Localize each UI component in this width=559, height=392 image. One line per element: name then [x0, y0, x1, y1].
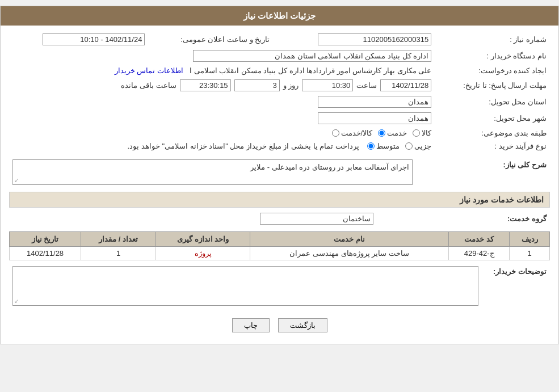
row-tabaqe: طبقه بندی موضوعی: کالا خدمت کالا/خدمت: [9, 127, 550, 140]
goroh-label: گروه خدمت:: [377, 210, 550, 227]
cell-tarikh: 1402/11/28: [10, 247, 81, 260]
tarikh-box: 1402/11/24 - 10:10: [43, 33, 145, 45]
ijad-konande-text: علی مکاری بهار کارشناس امور قراردادها اد…: [190, 66, 431, 75]
sharh-label: شرح کلی نیاز:: [416, 157, 550, 187]
row-nooe: نوع فرآیند خرید : جزیی متوسط پرداخت: [9, 140, 550, 153]
cell-radif: 1: [510, 247, 550, 260]
nooe-radio-group: جزیی متوسط: [367, 142, 431, 150]
ijad-konande-value: علی مکاری بهار کارشناس امور قراردادها اد…: [9, 64, 435, 77]
tabaqe-kala-khadamat-radio[interactable]: [332, 129, 339, 137]
tabaqe-khadamat-label: خدمت: [387, 129, 407, 137]
table-head: ردیف کد خدمت نام خدمت واحد اندازه گیری ت…: [10, 232, 550, 247]
nooe-jozei-item: جزیی: [405, 142, 431, 150]
row-sharh: شرح کلی نیاز: اجرای آسفالت معابر در روست…: [9, 157, 550, 187]
row-tozihat: توضیحات خریدار: ↙: [9, 264, 550, 308]
row-mohlat: مهلت ارسال پاسخ: تا تاریخ: 1402/11/28 سا…: [9, 77, 550, 94]
mohlat-saet-box: 10:30: [302, 79, 353, 91]
mohlat-roz-box: 3: [234, 79, 280, 91]
shahr-label: شهر محل تحویل:: [435, 110, 550, 127]
row-shahr: شهر محل تحویل: همدان: [9, 110, 550, 127]
back-button[interactable]: بازگشت: [278, 318, 327, 332]
col-kod: کد خدمت: [448, 232, 509, 247]
roz-label: روز و: [283, 81, 299, 90]
cell-kod: ج-42-429: [448, 247, 509, 260]
mohlat-label: مهلت ارسال پاسخ: تا تاریخ:: [435, 77, 550, 94]
nam-dastgah-box: اداره کل بنیاد مسکن انقلاب اسلامی استان …: [193, 50, 431, 62]
row-shomara: شماره نیاز : 1102005162000315 تاریخ و سا…: [9, 31, 550, 48]
shahr-box: همدان: [318, 112, 431, 124]
services-table: ردیف کد خدمت نام خدمت واحد اندازه گیری ت…: [9, 231, 550, 260]
tozihat-value-cell: ↙: [9, 264, 482, 308]
mohlat-date-box: 1402/11/28: [380, 79, 431, 91]
row-nam-dastgah: نام دستگاه خریدار : اداره کل بنیاد مسکن …: [9, 48, 550, 64]
nam-dastgah-value: اداره کل بنیاد مسکن انقلاب اسلامی استان …: [9, 48, 435, 64]
goroh-value-cell: ساختمان: [9, 210, 377, 227]
tabaqe-khadamat-item: خدمت: [378, 129, 407, 137]
tarikh-value: 1402/11/24 - 10:10: [9, 31, 148, 48]
info-table: شماره نیاز : 1102005162000315 تاریخ و سا…: [9, 31, 550, 153]
ostan-box: همدان: [318, 96, 431, 108]
nooe-description: پرداخت تمام یا بخشی از مبلغ خریداز محل "…: [128, 142, 359, 150]
ostan-label: استان محل تحویل:: [435, 94, 550, 110]
nooe-jozei-radio[interactable]: [405, 142, 413, 150]
tabaqe-label: طبقه بندی موضوعی:: [435, 127, 550, 140]
ostan-value: همدان: [9, 94, 435, 110]
tabaqe-kala-item: کالا: [413, 129, 431, 137]
khadamat-section-header: اطلاعات خدمات مورد نیاز: [9, 192, 550, 208]
cell-tedaad: 1: [81, 247, 156, 260]
row-goroh: گروه خدمت: ساختمان: [9, 210, 550, 227]
nooe-mootasat-radio[interactable]: [367, 142, 375, 150]
shomara-niaz-label: شماره نیاز :: [435, 31, 550, 48]
row-ijad-konande: ایجاد کننده درخواست: علی مکاری بهار کارش…: [9, 64, 550, 77]
page-title: جزئیات اطلاعات نیاز: [243, 11, 316, 20]
cell-nam: ساخت سایر پروژه‌های مهندسی عمران: [250, 247, 449, 260]
cell-vahad: پروژه: [156, 247, 250, 260]
nooe-label: نوع فرآیند خرید :: [435, 140, 550, 153]
sharh-box: اجرای آسفالت معابر در روستای دره امیدعلی…: [12, 159, 413, 185]
goroh-box: ساختمان: [260, 213, 373, 225]
col-tarikh: تاریخ نیاز: [10, 232, 81, 247]
row-ostan: استان محل تحویل: همدان: [9, 94, 550, 110]
tabaqe-kala-radio[interactable]: [413, 129, 420, 137]
tabaqe-kala-label: کالا: [422, 129, 431, 137]
tarikh-label: تاریخ و ساعت اعلان عمومی:: [148, 31, 281, 48]
col-vahad: واحد اندازه گیری: [156, 232, 250, 247]
ijad-konande-link[interactable]: اطلاعات تماس خریدار: [115, 66, 183, 75]
baqi-mande-label: ساعت باقی مانده: [121, 81, 176, 90]
shomara-niaz-value: 1102005162000315: [281, 31, 435, 48]
col-tedaad: تعداد / مقدار: [81, 232, 156, 247]
mohlat-row: 1402/11/28 ساعت 10:30 روز و 3 23:30:15 س…: [12, 79, 431, 91]
saet-label: ساعت: [356, 81, 377, 90]
nam-dastgah-label: نام دستگاه خریدار :: [435, 48, 550, 64]
table-header-row: ردیف کد خدمت نام خدمت واحد اندازه گیری ت…: [10, 232, 550, 247]
mohlat-baqi-box: 23:30:15: [180, 79, 231, 91]
resize-handle-2: ↙: [14, 298, 19, 304]
print-button[interactable]: چاپ: [232, 318, 270, 332]
page-content: شماره نیاز : 1102005162000315 تاریخ و سا…: [1, 26, 558, 344]
page-container: جزئیات اطلاعات نیاز شماره نیاز : 1102005…: [0, 6, 559, 344]
resize-handle: ↙: [14, 177, 19, 183]
tozihat-box: ↙: [12, 266, 478, 306]
page-header: جزئیات اطلاعات نیاز: [1, 6, 558, 26]
nooe-jozei-label: جزیی: [414, 142, 431, 150]
tozihat-table: توضیحات خریدار: ↙: [9, 264, 550, 308]
button-row: بازگشت چاپ: [9, 313, 550, 338]
khadamat-section-title: اطلاعات خدمات مورد نیاز: [460, 195, 544, 204]
nooe-value: جزیی متوسط پرداخت تمام یا بخشی از مبلغ خ…: [9, 140, 435, 153]
tabaqe-radio-group: کالا خدمت کالا/خدمت: [332, 129, 432, 137]
tabaqe-kala-khadamat-item: کالا/خدمت: [332, 129, 373, 137]
tabaqe-kala-khadamat-label: کالا/خدمت: [341, 129, 373, 137]
shahr-value: همدان: [9, 110, 435, 127]
table-body: 1 ج-42-429 ساخت سایر پروژه‌های مهندسی عم…: [10, 247, 550, 260]
sharh-table: شرح کلی نیاز: اجرای آسفالت معابر در روست…: [9, 157, 550, 187]
nooe-mootasat-label: متوسط: [376, 142, 400, 150]
col-nam: نام خدمت: [250, 232, 449, 247]
nooe-mootasat-item: متوسط: [367, 142, 400, 150]
sharh-text: اجرای آسفالت معابر در روستای دره امیدعلی…: [250, 163, 409, 171]
ijad-konande-label: ایجاد کننده درخواست:: [435, 64, 550, 77]
sharh-value-cell: اجرای آسفالت معابر در روستای دره امیدعلی…: [9, 157, 416, 187]
tabaqe-khadamat-radio[interactable]: [378, 129, 385, 137]
table-row: 1 ج-42-429 ساخت سایر پروژه‌های مهندسی عم…: [10, 247, 550, 260]
shomara-niaz-box: 1102005162000315: [318, 33, 431, 45]
col-radif: ردیف: [510, 232, 550, 247]
